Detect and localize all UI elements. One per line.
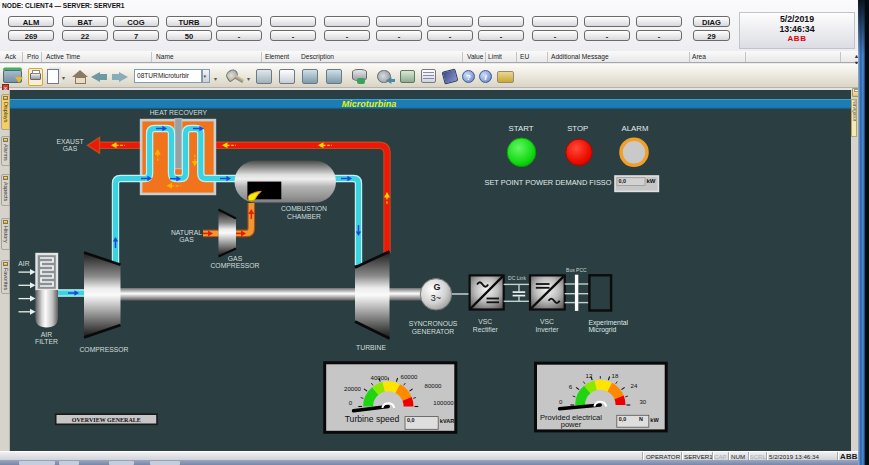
svg-text:GENERATOR: GENERATOR: [412, 328, 455, 335]
svg-text:CHAMBER: CHAMBER: [287, 213, 321, 220]
svg-text:STOP: STOP: [567, 124, 588, 133]
svg-text:FILTER: FILTER: [35, 338, 58, 345]
svg-text:COMPRESSOR: COMPRESSOR: [210, 262, 259, 269]
svg-text:EXAUST: EXAUST: [56, 138, 83, 145]
svg-text:AIR: AIR: [18, 260, 29, 267]
svg-text:DC Link: DC Link: [508, 275, 526, 281]
svg-text:Bus PCC: Bus PCC: [566, 267, 587, 273]
svg-text:power: power: [561, 420, 582, 429]
svg-text:HEAT RECOVERY: HEAT RECOVERY: [150, 109, 208, 116]
svg-text:GAS: GAS: [63, 145, 78, 152]
svg-text:3~: 3~: [431, 293, 441, 303]
svg-text:18: 18: [612, 372, 619, 379]
svg-text:kW: kW: [647, 178, 656, 184]
svg-text:20000: 20000: [344, 385, 362, 392]
svg-text:6: 6: [569, 383, 573, 390]
svg-text:Rectifier: Rectifier: [473, 326, 499, 333]
svg-text:GAS: GAS: [228, 255, 243, 262]
svg-text:GAS: GAS: [179, 236, 194, 243]
svg-text:80000: 80000: [425, 382, 443, 389]
svg-text:N: N: [639, 416, 643, 422]
svg-text:60000: 60000: [401, 373, 419, 380]
svg-text:SET POINT POWER DEMAND FISSO: SET POINT POWER DEMAND FISSO: [485, 178, 612, 187]
svg-text:VSC: VSC: [478, 318, 492, 325]
svg-text:COMPRESSOR: COMPRESSOR: [79, 346, 128, 353]
svg-text:0,0: 0,0: [407, 417, 415, 423]
svg-text:COMBUSTION: COMBUSTION: [281, 205, 327, 212]
svg-text:Microgrid: Microgrid: [588, 326, 616, 334]
svg-text:Microturbina: Microturbina: [342, 99, 397, 109]
svg-text:0,0: 0,0: [619, 416, 627, 422]
svg-text:OVERVIEW GENERALE: OVERVIEW GENERALE: [72, 417, 141, 423]
svg-text:24: 24: [631, 382, 638, 389]
svg-text:0: 0: [559, 398, 563, 405]
svg-text:VSC: VSC: [540, 318, 554, 325]
svg-text:AIR: AIR: [41, 331, 52, 338]
svg-text:ALARM: ALARM: [622, 124, 649, 133]
svg-text:kVAR: kVAR: [440, 418, 455, 424]
svg-text:NATURAL: NATURAL: [171, 229, 202, 236]
svg-text:30: 30: [639, 398, 646, 405]
svg-text:G: G: [433, 282, 440, 292]
svg-text:START: START: [509, 124, 534, 133]
svg-text:SYNCRONOUS: SYNCRONOUS: [409, 320, 458, 327]
svg-text:kW: kW: [650, 417, 659, 423]
svg-text:Turbine speed: Turbine speed: [345, 414, 400, 424]
svg-text:Inverter: Inverter: [535, 326, 559, 333]
svg-text:100000: 100000: [433, 399, 454, 406]
svg-text:40000: 40000: [371, 374, 389, 381]
svg-text:12: 12: [586, 372, 593, 379]
svg-text:TURBINE: TURBINE: [356, 344, 386, 351]
svg-text:0,0: 0,0: [619, 178, 627, 184]
